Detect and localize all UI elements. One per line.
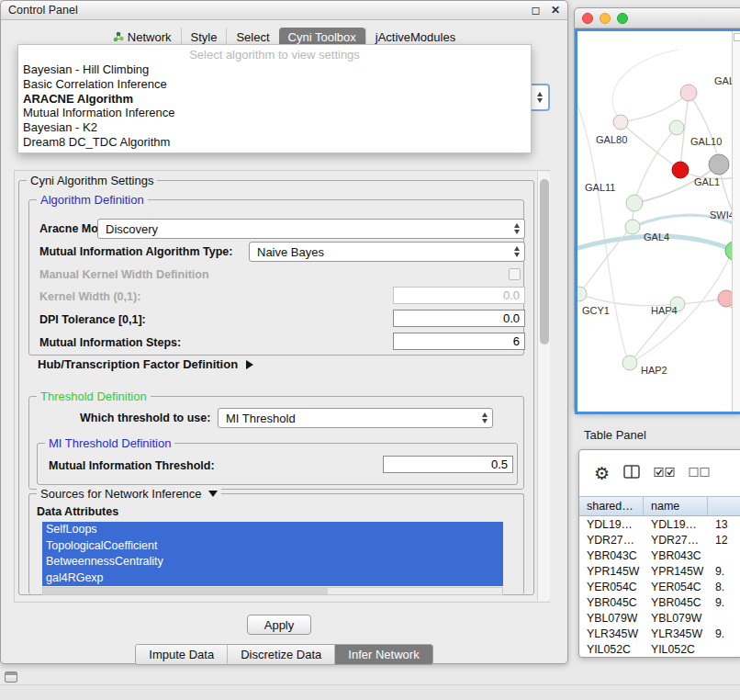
network-node[interactable]: [669, 120, 684, 135]
table-cell: YER054C: [644, 581, 708, 593]
table-cell: YDR27…: [579, 534, 644, 547]
table-cell: YPR145W: [644, 565, 708, 578]
table-cell: YLR345W: [644, 627, 708, 640]
column-manager-icon[interactable]: [623, 465, 640, 481]
network-edge: [689, 93, 719, 164]
table-cell: YER054C: [579, 581, 644, 593]
hub-section-toggle[interactable]: Hub/Transcription Factor Definition: [38, 357, 253, 371]
table-row[interactable]: YBL079WYBL079W: [579, 611, 740, 627]
mi-steps-label: Mutual Information Steps:: [39, 336, 181, 349]
dropdown-item-aracne-algorithm[interactable]: ARACNE Algorithm: [18, 92, 531, 107]
scrollbar-thumb[interactable]: [43, 588, 328, 594]
window-buttons: ◻ ✕: [523, 4, 560, 17]
select-columns-icon[interactable]: [654, 467, 675, 480]
network-node[interactable]: [577, 287, 587, 301]
threshold-definition-legend: Threshold Definition: [37, 390, 151, 403]
node-label: HAP2: [641, 365, 667, 376]
scrollbar-arrow-icon[interactable]: [734, 33, 740, 41]
deselect-columns-icon[interactable]: [689, 467, 710, 480]
combo-arrows-icon: [482, 412, 488, 423]
float-window-icon[interactable]: ◻: [531, 4, 540, 17]
tab-impute-data[interactable]: Impute Data: [136, 645, 227, 664]
network-node[interactable]: [672, 162, 689, 178]
table-row[interactable]: YPR145WYPR145W9.: [579, 563, 740, 579]
table-cell: YLR345W: [579, 627, 644, 640]
table-cell: YBR045C: [644, 596, 708, 609]
combo-up-arrow-icon: [537, 92, 543, 96]
table-row[interactable]: YBR045CYBR045C9.: [579, 594, 740, 610]
tab-label: Cyni Toolbox: [288, 30, 356, 44]
attribute-item-gal4rgexp[interactable]: gal4RGexp: [42, 570, 503, 587]
tab-label: Select: [236, 30, 269, 44]
table-row[interactable]: YLR345WYLR345W9.: [579, 627, 740, 642]
hub-section-label: Hub/Transcription Factor Definition: [38, 357, 238, 371]
dropdown-item-bayesian-k2[interactable]: Bayesian - K2: [18, 120, 531, 135]
network-node[interactable]: [680, 85, 697, 101]
dpi-tolerance-field[interactable]: [393, 310, 525, 327]
table-cell: YIL052C: [644, 643, 708, 656]
table-row[interactable]: YBR043CYBR043C: [579, 548, 740, 563]
algorithm-definition-group: Algorithm Definition Aracne Mode: Discov…: [28, 199, 524, 356]
attribute-item-topologicalcoefficient[interactable]: TopologicalCoefficient: [42, 538, 503, 555]
network-canvas[interactable]: GAL8GAL80GAL10GAL1GAL11SWI4GAL4GCY1HAP4Y…: [575, 28, 740, 414]
table-row[interactable]: YER054CYER054C8.: [579, 579, 740, 594]
dropdown-item-bayesian-hill-climbing[interactable]: Bayesian - Hill Climbing: [18, 62, 531, 77]
control-panel-titlebar[interactable]: Control Panel ◻ ✕: [1, 1, 567, 20]
sources-group: Sources for Network Inference Data Attri…: [28, 493, 524, 594]
algorithm-combo-button[interactable]: [532, 84, 550, 111]
collapsed-window-icon[interactable]: [5, 672, 17, 683]
network-node[interactable]: [626, 195, 643, 211]
node-label: GAL11: [585, 182, 615, 193]
tab-discretize-data[interactable]: Discretize Data: [227, 645, 334, 664]
table-cell: YDR27…: [644, 534, 708, 547]
table-row[interactable]: YIL052CYIL052C: [579, 642, 740, 657]
column-header-3[interactable]: [708, 497, 740, 515]
collapse-arrow-icon: [208, 491, 218, 497]
attribute-item-selfloops[interactable]: SelfLoops: [42, 522, 503, 538]
network-scrollbar[interactable]: [732, 31, 740, 412]
sources-legend[interactable]: Sources for Network Inference: [37, 487, 221, 501]
network-node[interactable]: [625, 220, 640, 234]
table-row[interactable]: YDL19…YDL19…13: [579, 516, 740, 532]
network-node[interactable]: [613, 115, 628, 130]
settings-gear-icon[interactable]: ⚙: [594, 465, 610, 482]
mi-type-value: Naive Bayes: [257, 245, 324, 259]
network-node[interactable]: [718, 290, 732, 307]
dropdown-item-dream8-dc-tdc-algorithm[interactable]: Dream8 DC_TDC Algorithm: [18, 135, 531, 150]
tab-infer-network[interactable]: Infer Network: [334, 645, 432, 664]
dropdown-item-basic-correlation-inference[interactable]: Basic Correlation Inference: [18, 77, 531, 92]
which-threshold-value: MI Threshold: [226, 412, 296, 425]
algorithm-definition-legend: Algorithm Definition: [37, 193, 148, 207]
mi-steps-field[interactable]: [393, 333, 525, 350]
attributes-horizontal-scrollbar[interactable]: [42, 587, 503, 595]
network-node[interactable]: [622, 356, 637, 370]
node-label: GAL4: [644, 231, 669, 243]
manual-kernel-checkbox: [509, 268, 521, 280]
table-cell: YIL052C: [579, 643, 644, 656]
network-edge: [622, 93, 689, 122]
close-traffic-light-icon[interactable]: [582, 13, 593, 24]
scrollbar-thumb[interactable]: [540, 179, 549, 344]
mi-threshold-legend: MI Threshold Definition: [45, 436, 174, 450]
combo-arrows-icon: [514, 246, 520, 257]
mi-threshold-field[interactable]: [383, 456, 513, 473]
network-node[interactable]: [725, 242, 732, 260]
dropdown-item-mutual-information-inference[interactable]: Mutual Information Inference: [18, 106, 531, 120]
zoom-traffic-light-icon[interactable]: [617, 13, 628, 24]
aracne-mode-combo[interactable]: Discovery: [97, 219, 525, 239]
attribute-item-betweennesscentrality[interactable]: BetweennessCentrality: [42, 554, 503, 570]
column-header-2[interactable]: name: [644, 497, 708, 515]
table-row[interactable]: YDR27…YDR27…12: [579, 532, 740, 548]
which-threshold-combo[interactable]: MI Threshold: [218, 408, 493, 428]
table-cell: 12: [708, 534, 740, 547]
apply-button[interactable]: Apply: [247, 615, 311, 635]
settings-scrollbar[interactable]: [537, 172, 550, 601]
data-attributes-label: Data Attributes: [37, 505, 118, 518]
network-node[interactable]: [709, 154, 729, 175]
table-cell: YDL19…: [644, 518, 708, 531]
mi-type-combo[interactable]: Naive Bayes: [249, 242, 525, 262]
network-titlebar[interactable]: [575, 8, 740, 28]
minimize-traffic-light-icon[interactable]: [600, 13, 611, 24]
close-window-icon[interactable]: ✕: [551, 4, 560, 17]
column-header-1[interactable]: shared…: [579, 497, 644, 515]
